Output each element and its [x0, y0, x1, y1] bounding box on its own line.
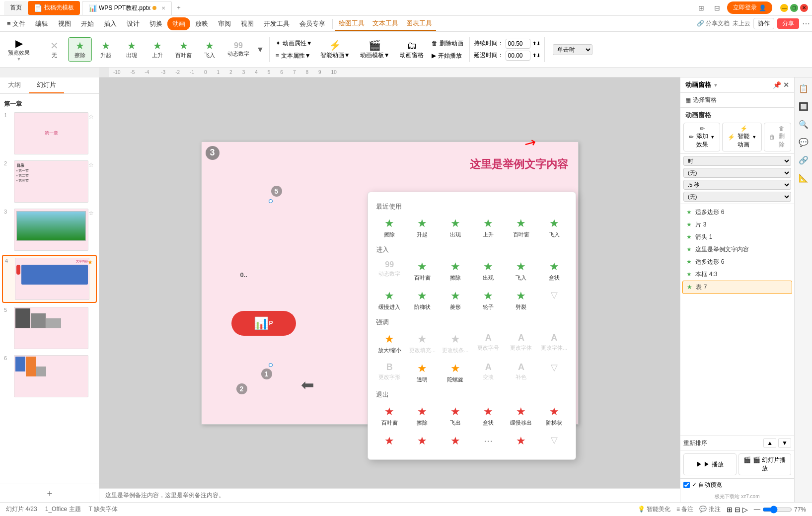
- slide-item-6[interactable]: 6: [2, 353, 97, 399]
- toolbar-wipe[interactable]: ★ 擦除: [68, 37, 92, 62]
- popup-exit-r3[interactable]: ★: [440, 432, 471, 451]
- popup-emph-transparent[interactable]: ★ 透明: [407, 359, 438, 386]
- anim-item-2[interactable]: ★ 片 3: [682, 219, 792, 231]
- delay-input[interactable]: [506, 51, 530, 61]
- popup-enter-split[interactable]: ★ 劈裂: [506, 287, 536, 314]
- layout-icon[interactable]: ⊞: [695, 3, 707, 13]
- view-grid-btn[interactable]: ⊟: [735, 506, 740, 514]
- popup-enter-wheel[interactable]: ★ 轮子: [473, 287, 504, 314]
- popup-recent-fly[interactable]: ★ 飞入: [539, 214, 570, 241]
- reorder-down-btn[interactable]: ▼: [778, 438, 791, 448]
- view-normal-btn[interactable]: ⊞: [727, 506, 733, 514]
- popup-exit-more[interactable]: ▽: [539, 432, 570, 451]
- popup-enter-box[interactable]: ★ 盒状: [539, 257, 570, 285]
- toolbar-number[interactable]: 99 动态数字: [223, 39, 253, 60]
- toolbar-delete-anim[interactable]: 🗑 删除动画: [430, 38, 465, 49]
- share-button[interactable]: 分享: [777, 18, 799, 29]
- duration-input[interactable]: [506, 39, 530, 49]
- login-button[interactable]: 立即登录 👤: [727, 1, 772, 14]
- right-tool-3[interactable]: 🔍: [797, 117, 811, 131]
- zoom-out-btn[interactable]: —: [754, 506, 760, 513]
- menu-animation[interactable]: 动画: [167, 17, 190, 30]
- popup-exit-blind[interactable]: ★ 百叶窗: [374, 402, 405, 430]
- toolbar-none[interactable]: ✕ 无: [42, 38, 66, 61]
- grid-icon[interactable]: ⊟: [711, 3, 723, 13]
- tab-slides[interactable]: 幻灯片: [29, 77, 64, 93]
- popup-enter-fly[interactable]: ★ 飞入: [506, 257, 536, 285]
- view-slide-btn[interactable]: ▷: [742, 506, 748, 514]
- handle-bl[interactable]: [269, 363, 273, 367]
- add-slide-button[interactable]: ＋: [0, 484, 99, 502]
- menu-devtools[interactable]: 开发工具: [259, 17, 295, 30]
- toolbar-anim-pane[interactable]: 🗂 动画窗格: [396, 39, 428, 61]
- popup-emph-font2[interactable]: A 更改字体...: [539, 330, 570, 357]
- maximize-button[interactable]: □: [790, 4, 798, 12]
- anim-item-1[interactable]: ★ 适多边形 6: [682, 206, 792, 219]
- slide-item-5[interactable]: 5: [2, 305, 97, 351]
- auto-preview-checkbox[interactable]: [683, 482, 690, 488]
- popup-emph-line[interactable]: ★ 更改线条...: [440, 330, 471, 357]
- popup-exit-r1[interactable]: ★: [374, 432, 405, 451]
- notes-label[interactable]: ≡ 备注: [676, 505, 693, 514]
- reorder-up-btn[interactable]: ▲: [763, 438, 776, 448]
- popup-enter-slow[interactable]: ★ 缓慢进入: [374, 287, 405, 314]
- slideshow-button[interactable]: 🎬 🎬 幻灯片播放: [738, 453, 792, 475]
- popup-enter-appear[interactable]: ★ 出现: [473, 257, 504, 285]
- more-anim-btn[interactable]: ▼: [255, 45, 265, 54]
- popup-emph-style[interactable]: B 更改字形: [374, 359, 405, 386]
- menu-member[interactable]: 会员专享: [295, 17, 330, 30]
- menu-review[interactable]: 审阅: [213, 17, 236, 30]
- trigger-select[interactable]: 单击时: [553, 44, 592, 55]
- anim-item-5[interactable]: ★ 适多边形 6: [682, 256, 792, 268]
- panel-dropdown-3[interactable]: .5 秒: [683, 180, 791, 190]
- toolbar-play-single[interactable]: ▶ 开始播放: [430, 51, 465, 61]
- delay-spinner[interactable]: ⬆⬇: [532, 53, 540, 58]
- panel-dropdown-1[interactable]: 时: [683, 156, 791, 166]
- popup-exit-wipe[interactable]: ★ 擦除: [407, 402, 438, 430]
- toolbar-fly[interactable]: ★ 飞入: [198, 38, 221, 61]
- panel-close-icon[interactable]: ✕: [783, 81, 789, 89]
- menu-view[interactable]: 视图: [53, 17, 76, 30]
- menu-play[interactable]: 放映: [190, 17, 213, 30]
- menu-edit[interactable]: 编辑: [30, 17, 53, 30]
- toolbar-appear[interactable]: ★ 出现: [120, 38, 144, 61]
- panel-dropdown-4[interactable]: (无): [683, 192, 791, 202]
- more-icon[interactable]: ⋯: [802, 19, 810, 28]
- menu-insert[interactable]: 插入: [99, 17, 122, 30]
- right-tool-6[interactable]: 📐: [797, 171, 811, 185]
- toolbar-anim-template[interactable]: 🎬 动画模板▼: [356, 38, 394, 61]
- menu-text-tool[interactable]: 文本工具: [369, 17, 402, 31]
- slide-item-4[interactable]: 4 文字内容 ★: [2, 255, 97, 303]
- select-pane-btn[interactable]: ▦ 选择窗格: [680, 93, 794, 108]
- popup-recent-wipe[interactable]: ★ 擦除: [374, 214, 405, 241]
- popup-num-anim[interactable]: 99 动态数字: [374, 257, 405, 285]
- add-effect-button[interactable]: ✏ ✏ 添加效果 ▼: [683, 123, 720, 151]
- tab-close-icon[interactable]: ✕: [161, 5, 165, 11]
- toolbar-smart-anim[interactable]: ⚡ 智能动画▼: [316, 38, 354, 61]
- popup-enter-wipe[interactable]: ★ 擦除: [440, 257, 471, 285]
- handle-tl[interactable]: [269, 199, 273, 203]
- panel-dropdown-2[interactable]: (无): [683, 168, 791, 178]
- popup-emph-fill[interactable]: ★ 更改填充...: [407, 330, 438, 357]
- zoom-slider[interactable]: [762, 506, 792, 514]
- anim-item-7[interactable]: ★ 表 7: [682, 281, 792, 294]
- delete-anim-button[interactable]: 🗑 🗑 删除: [764, 123, 791, 151]
- right-tool-2[interactable]: 🔲: [797, 99, 811, 113]
- popup-recent-up[interactable]: ★ 上升: [473, 214, 504, 241]
- popup-enter-more[interactable]: ▽: [539, 287, 570, 314]
- slide-item-1[interactable]: 1 第一章 ☆: [2, 110, 97, 156]
- panel-pin-icon[interactable]: 📌: [773, 81, 781, 89]
- tab-doc[interactable]: 📊 WPS PPT教程.pptx ✕: [82, 1, 172, 15]
- toolbar-up[interactable]: ★ 上升: [146, 38, 169, 61]
- right-tool-5[interactable]: 🔗: [797, 153, 811, 167]
- comment-label[interactable]: 💬 批注: [699, 505, 720, 514]
- collaborate-button[interactable]: 协作: [753, 18, 774, 29]
- popup-exit-fly[interactable]: ★ 飞出: [440, 402, 471, 430]
- duration-spinner[interactable]: ⬆⬇: [532, 41, 540, 46]
- popup-exit-dots[interactable]: ···: [473, 432, 504, 451]
- popup-emph-more[interactable]: ▽: [539, 359, 570, 386]
- popup-enter-stair[interactable]: ★ 阶梯状: [407, 287, 438, 314]
- anim-item-6[interactable]: ★ 本框 4:3: [682, 268, 792, 281]
- popup-emph-comp[interactable]: A 补色: [506, 359, 536, 386]
- toolbar-rise[interactable]: ★ 升起: [94, 38, 118, 61]
